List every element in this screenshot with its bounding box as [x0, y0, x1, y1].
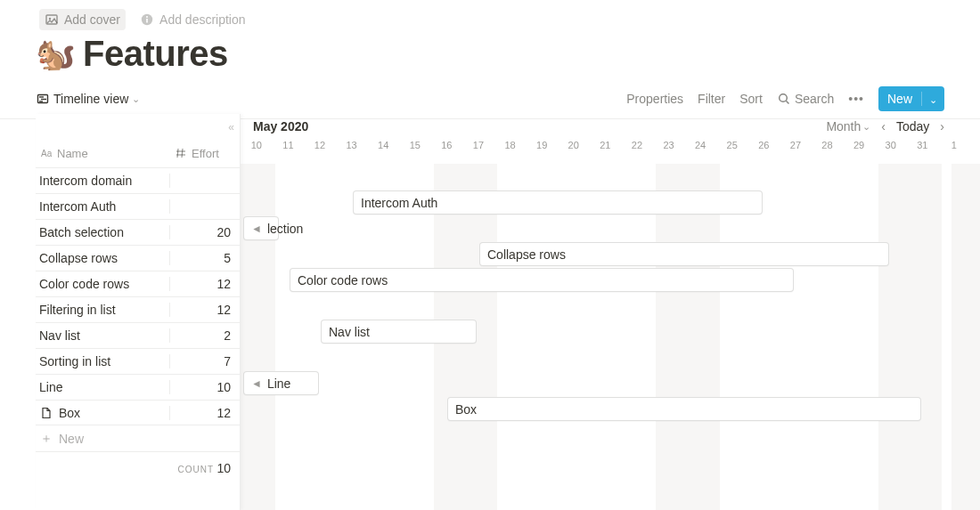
table-row[interactable]: Collapse rows5 [36, 245, 240, 271]
day-tick: 10 [241, 140, 273, 150]
add-row-button[interactable]: ＋ New [36, 425, 240, 452]
timeline-bar[interactable]: Intercom Auth [353, 190, 763, 215]
cell-name[interactable]: Nav list [36, 328, 170, 343]
timeline-bar[interactable]: Box [447, 397, 921, 421]
filter-button[interactable]: Filter [698, 92, 725, 106]
next-period-button[interactable]: › [940, 119, 944, 134]
table-row[interactable]: Box12 [36, 400, 240, 425]
cell-name[interactable]: Intercom domain [36, 174, 170, 188]
column-name-label: Name [57, 147, 88, 160]
timeline-bar[interactable]: Color code rows [290, 268, 794, 292]
timeline-bar[interactable]: Nav list [321, 320, 477, 344]
chevron-down-icon: ⌄ [862, 121, 870, 133]
prev-period-button[interactable]: ‹ [881, 119, 886, 134]
add-cover-button[interactable]: Add cover [39, 9, 126, 30]
cell-name[interactable]: Filtering in list [36, 303, 170, 317]
add-row-label: New [59, 432, 84, 446]
column-name[interactable]: Aa Name [36, 146, 170, 160]
view-switcher[interactable]: Timeline view ⌄ [36, 92, 140, 106]
timeline-bar[interactable]: ◄lection [243, 216, 279, 240]
scale-label: Month [826, 119, 861, 134]
day-tick: 17 [462, 140, 494, 150]
cell-effort[interactable]: 10 [170, 380, 240, 394]
sort-button[interactable]: Sort [739, 92, 763, 106]
table-header: Aa Name Effort [36, 139, 240, 167]
column-effort-label: Effort [192, 147, 219, 160]
chevron-down-icon: ⌄ [929, 94, 937, 105]
cell-name[interactable]: Box [36, 406, 170, 420]
svg-line-13 [182, 149, 183, 158]
table-row[interactable]: Batch selection20 [36, 219, 240, 245]
day-tick: 14 [367, 140, 399, 150]
day-tick: 23 [653, 140, 685, 150]
continues-left-icon: ◄ [251, 377, 262, 390]
timeline-bar[interactable]: Collapse rows [479, 242, 889, 266]
cell-name[interactable]: Batch selection [36, 225, 170, 239]
view-name: Timeline view [53, 92, 128, 106]
table-row[interactable]: Intercom domain [36, 167, 240, 193]
day-tick: 26 [748, 140, 780, 150]
cell-name[interactable]: Intercom Auth [36, 199, 170, 214]
cell-effort[interactable]: 20 [170, 225, 240, 239]
table-row[interactable]: Filtering in list12 [36, 296, 240, 322]
day-tick: 24 [684, 140, 716, 150]
new-button[interactable]: New ⌄ [878, 86, 944, 111]
day-tick: 29 [843, 140, 875, 150]
plus-icon: ＋ [39, 432, 53, 446]
cell-effort[interactable]: 12 [170, 277, 240, 291]
day-tick: 19 [526, 140, 558, 150]
table-row[interactable]: Nav list2 [36, 322, 240, 348]
number-prop-icon [174, 146, 188, 160]
day-tick: 2 [970, 140, 980, 150]
bar-label: Color code rows [298, 273, 388, 287]
timeline-bar[interactable]: ◄Line [243, 371, 319, 395]
cell-name[interactable]: Line [36, 380, 170, 394]
cell-effort[interactable]: 7 [170, 354, 240, 368]
search-icon [777, 92, 791, 106]
day-tick: 21 [590, 140, 622, 150]
day-tick: 1 [938, 140, 970, 150]
day-tick: 11 [273, 140, 305, 150]
column-effort[interactable]: Effort [170, 146, 240, 160]
collapse-table-button[interactable]: « [228, 121, 234, 134]
day-tick: 16 [431, 140, 463, 150]
more-button[interactable]: ••• [848, 92, 864, 106]
info-icon [140, 12, 154, 27]
row-count: COUNT 10 [36, 452, 240, 475]
add-description-label: Add description [159, 12, 246, 27]
title-prop-icon: Aa [39, 146, 53, 160]
cell-effort[interactable]: 5 [170, 251, 240, 265]
page-emoji[interactable]: 🐿️ [36, 38, 76, 70]
day-tick: 31 [906, 140, 938, 150]
day-tick: 22 [621, 140, 653, 150]
chevron-down-icon: ⌄ [132, 93, 140, 105]
bar-label: lection [267, 222, 303, 236]
table-row[interactable]: Sorting in list7 [36, 348, 240, 374]
today-button[interactable]: Today [896, 119, 929, 134]
day-tick: 18 [494, 140, 527, 150]
properties-button[interactable]: Properties [626, 92, 683, 106]
scale-switcher[interactable]: Month ⌄ [826, 119, 870, 134]
svg-line-12 [177, 149, 178, 158]
table-pane: « Aa Name Effort Intercom domainIntercom… [36, 114, 241, 510]
day-tick: 12 [304, 140, 336, 150]
count-value: 10 [216, 461, 231, 475]
new-button-dropdown[interactable]: ⌄ [921, 92, 944, 106]
cell-name[interactable]: Sorting in list [36, 354, 170, 368]
cell-effort[interactable]: 12 [170, 303, 240, 317]
table-row[interactable]: Line10 [36, 374, 240, 400]
search-button[interactable]: Search [777, 92, 834, 106]
table-row[interactable]: Intercom Auth [36, 193, 240, 219]
svg-point-4 [146, 16, 148, 18]
table-row[interactable]: Color code rows12 [36, 271, 240, 296]
cell-name[interactable]: Collapse rows [36, 251, 170, 265]
add-cover-label: Add cover [64, 12, 120, 27]
cell-name[interactable]: Color code rows [36, 277, 170, 291]
cell-effort[interactable]: 12 [170, 406, 240, 420]
day-tick: 13 [336, 140, 368, 150]
add-description-button[interactable]: Add description [135, 9, 251, 30]
page-title[interactable]: Features [83, 34, 228, 74]
cell-effort[interactable]: 2 [170, 328, 240, 343]
svg-text:Aa: Aa [41, 149, 52, 158]
svg-rect-3 [146, 19, 148, 23]
